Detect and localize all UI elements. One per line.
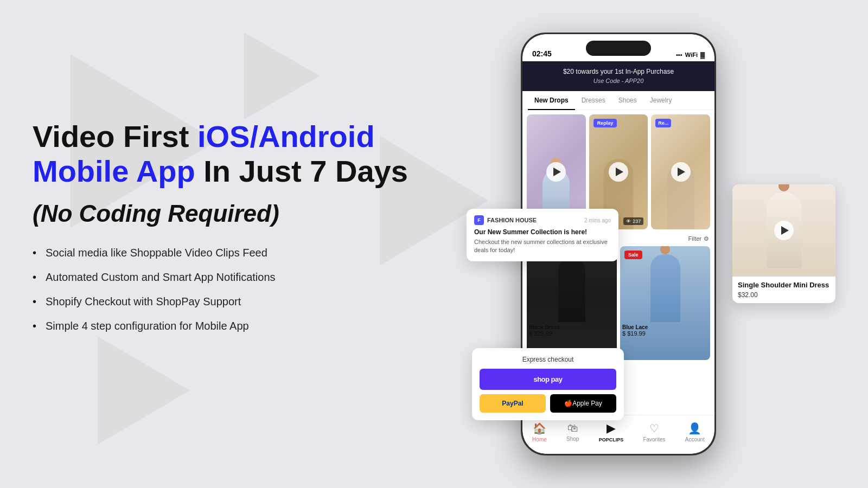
signal-icon: ▪▪▪ [676, 52, 682, 58]
video-card-3[interactable]: Re... [651, 114, 710, 229]
headline-ios-android: iOS/Android [197, 119, 375, 153]
phone-area: 02:45 ▪▪▪ WiFi ▓ $20 towards your 1st In… [467, 16, 835, 472]
brand-logo: F [474, 215, 484, 225]
rec-product-2-name: Blue Lace [622, 324, 708, 330]
single-shoulder-info: Single Shoulder Mini Dress $32.00 [732, 277, 835, 303]
tab-jewelry[interactable]: Jewelry [643, 91, 679, 110]
nav-account-label: Account [685, 436, 705, 442]
shoppay-button[interactable]: shop pay [480, 369, 616, 390]
single-shoulder-price: $32.00 [738, 291, 830, 299]
views-count: 237 [633, 219, 641, 224]
filter-icon: ⚙ [704, 235, 709, 242]
bullet-4: Simple 4 step configuration for Mobile A… [33, 320, 412, 332]
headline-part1: Video First [33, 119, 197, 153]
play-triangle-icon-3 [678, 168, 685, 176]
paypal-button[interactable]: PayPal [480, 394, 546, 413]
eye-icon: 👁 [626, 219, 631, 224]
bottom-nav[interactable]: 🏠 Home 🛍 Shop ▶ POPCLIPS ♡ Favorites 👤 [522, 415, 714, 454]
express-checkout-popup: Express checkout shop pay PayPal 🍎 Apple… [472, 348, 624, 420]
applepay-label: Apple Pay [572, 400, 602, 407]
bullet-1: Social media like Shoppable Video Clips … [33, 247, 412, 259]
bullet-2: Automated Custom and Smart App Notificat… [33, 271, 412, 284]
rec-product-1-price: $ $29.99 [529, 330, 615, 337]
single-shoulder-card[interactable]: Single Shoulder Mini Dress $32.00 [732, 184, 835, 303]
nav-popclips-label: POPCLIPS [599, 437, 624, 442]
play-button-card[interactable] [774, 221, 794, 240]
rec-card-blue-lace[interactable]: Sale Blue Lace $ $19.99 [620, 246, 710, 360]
single-shoulder-name: Single Shoulder Mini Dress [738, 281, 830, 289]
promo-code-text: Use Code - APP20 [527, 76, 710, 86]
paypal-label: PayPal [502, 400, 523, 407]
filter-button[interactable]: Filter ⚙ [688, 235, 709, 242]
tab-shoes[interactable]: Shoes [612, 91, 643, 110]
nav-home-label: Home [532, 436, 547, 442]
bg-triangle-4 [98, 336, 190, 445]
nav-home[interactable]: 🏠 Home [532, 422, 547, 442]
sale-badge: Sale [624, 251, 642, 259]
recommended-products-row: Black Dress $ $29.99 Sale Blue Lace [522, 246, 714, 360]
nav-favorites[interactable]: ♡ Favorites [643, 422, 665, 442]
headline: Video First iOS/Android Mobile App In Ju… [33, 119, 412, 189]
bg-triangle-3 [244, 33, 320, 119]
filter-label: Filter [688, 235, 701, 242]
play-button-1[interactable] [546, 162, 566, 182]
views-badge: 👁 237 [623, 217, 643, 225]
notification-popup: F FASHION HOUSE 2 mins ago Our New Summe… [467, 209, 618, 261]
bullet-3: Shopify Checkout with ShopPay Support [33, 296, 412, 308]
apple-icon: 🍎 [564, 400, 572, 407]
feature-list: Social media like Shoppable Video Clips … [33, 247, 412, 332]
status-icons: ▪▪▪ WiFi ▓ [676, 52, 705, 58]
battery-icon: ▓ [700, 52, 705, 58]
rec-product-1-info: Black Dress $ $29.99 [527, 322, 617, 337]
notification-time: 2 mins ago [584, 217, 611, 223]
rec-product-2-info: Blue Lace $ $19.99 [620, 322, 710, 337]
rec-product-1-name: Black Dress [529, 324, 615, 330]
nav-shop-label: Shop [566, 436, 579, 442]
tab-new-drops[interactable]: New Drops [528, 91, 575, 110]
shop-icon: 🛍 [567, 422, 578, 434]
shoppay-label: shop pay [533, 375, 562, 383]
checkout-title: Express checkout [480, 356, 616, 363]
promo-banner: $20 towards your 1st In-App Purchase Use… [522, 61, 714, 91]
rec-product-2-price: $ $19.99 [622, 330, 708, 337]
rec-card-black-dress[interactable]: Black Dress $ $29.99 [527, 246, 617, 360]
nav-popclips[interactable]: ▶ POPCLIPS [599, 421, 624, 442]
replay-badge-3: Re... [655, 119, 671, 127]
single-shoulder-image [732, 184, 835, 277]
nav-account[interactable]: 👤 Account [685, 422, 705, 442]
home-icon: 🏠 [533, 422, 546, 435]
phone-notch [586, 41, 651, 56]
wifi-icon: WiFi [685, 52, 698, 58]
tab-dresses[interactable]: Dresses [575, 91, 612, 110]
product-tabs[interactable]: New Drops Dresses Shoes Jewelry [522, 91, 714, 110]
account-icon: 👤 [688, 422, 701, 435]
left-panel: Video First iOS/Android Mobile App In Ju… [33, 119, 412, 344]
popclips-icon: ▶ [607, 421, 616, 435]
other-payment-options: PayPal 🍎 Apple Pay [480, 394, 616, 413]
headline-days: In Just 7 Days [195, 154, 408, 188]
applepay-button[interactable]: 🍎 Apple Pay [550, 394, 616, 413]
status-time: 02:45 [532, 49, 552, 58]
notification-brand: F FASHION HOUSE [474, 215, 537, 225]
favorites-icon: ♡ [649, 422, 659, 435]
notification-body: Checkout the new summer collections at e… [474, 238, 611, 255]
headline-mobile-app: Mobile App [33, 154, 195, 188]
play-button-2[interactable] [609, 162, 628, 182]
subheadline: (No Coding Required) [33, 200, 412, 227]
promo-main-text: $20 towards your 1st In-App Purchase [527, 67, 710, 76]
brand-name: FASHION HOUSE [487, 217, 537, 223]
play-button-3[interactable] [671, 162, 691, 182]
nav-favorites-label: Favorites [643, 436, 665, 442]
replay-badge: Replay [593, 119, 617, 127]
play-triangle-icon-1 [553, 168, 561, 176]
notification-title: Our New Summer Collection is here! [474, 228, 611, 236]
play-triangle-icon-2 [616, 168, 623, 176]
nav-shop[interactable]: 🛍 Shop [566, 422, 579, 442]
notification-header: F FASHION HOUSE 2 mins ago [474, 215, 611, 225]
play-triangle-icon-card [781, 226, 789, 235]
